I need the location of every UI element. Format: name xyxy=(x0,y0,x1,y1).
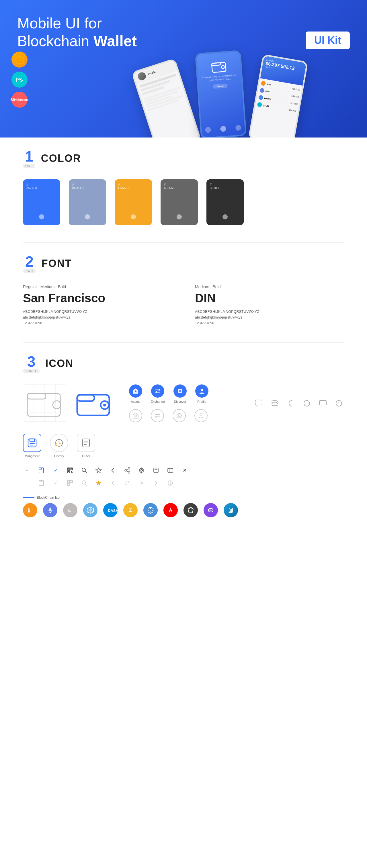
strat-icon xyxy=(224,503,238,517)
svg-point-80 xyxy=(82,481,85,484)
hero-title-bold: Wallet xyxy=(93,33,137,49)
app-icons-row: Mangment History xyxy=(23,434,344,458)
crypto-icons-row: ₿ Ł xyxy=(23,503,344,517)
back-icon-outline xyxy=(109,479,117,487)
history-icon xyxy=(50,434,68,452)
font-col-din: Medium · Bold DIN ABCDEFGHIJKLMNOPQRSTUV… xyxy=(195,284,344,325)
x-icon-outline: ✕ xyxy=(138,479,146,487)
svg-point-35 xyxy=(304,401,310,406)
svg-point-27 xyxy=(201,389,203,391)
color-swatches: #3574FA #8DA0C8 #F5A623 #666666 xyxy=(23,179,344,225)
star-icon-outline xyxy=(94,479,103,487)
font-section-number: 2 TWO xyxy=(23,254,36,273)
forward-icon-outline xyxy=(152,479,160,487)
wallet-grid-icon xyxy=(23,385,66,422)
tool-badges: Ps 60+ Screens xyxy=(11,52,28,108)
svg-rect-73 xyxy=(168,468,173,472)
order-icon-item: Order xyxy=(77,434,95,458)
svg-point-32 xyxy=(200,414,202,416)
blockchain-line xyxy=(23,497,34,498)
profile-icon-item: Profile xyxy=(195,384,208,403)
svg-point-66 xyxy=(125,469,126,471)
hero-phones: Profile xyxy=(143,0,367,137)
net-icon xyxy=(143,503,158,517)
svg-rect-41 xyxy=(30,439,34,442)
history-icon-item: History xyxy=(50,434,68,458)
add-icon: + xyxy=(23,466,31,474)
main-content: 1 ONE COLOR #3574FA #8DA0C8 #F5A623 xyxy=(0,137,367,546)
settings-icon xyxy=(138,466,146,474)
phone-1: Profile xyxy=(131,58,202,137)
swap-icon xyxy=(166,466,174,474)
search-icon-outline xyxy=(80,479,88,487)
swatch-orange: #F5A623 xyxy=(115,179,152,225)
font-title: FONT xyxy=(41,257,72,270)
qr-icon-outline xyxy=(66,479,74,487)
pol-icon xyxy=(204,503,218,517)
svg-point-30 xyxy=(177,413,181,418)
svg-rect-79 xyxy=(67,483,70,486)
svg-line-68 xyxy=(126,469,128,470)
font1-upper: ABCDEFGHIJKLMNOPQRSTUVWXYZ xyxy=(23,310,172,314)
discover-label: Discover xyxy=(174,400,186,403)
stack-icon xyxy=(270,398,280,408)
divider-1 xyxy=(23,242,344,243)
ui-kit-badge: UI Kit xyxy=(306,32,350,49)
exchange-label: Exchange xyxy=(151,400,165,403)
swatch-dark: #303030 xyxy=(206,179,244,225)
font-col-sf: Regular · Medium · Bold San Francisco AB… xyxy=(23,284,172,325)
exchange-icon-filled xyxy=(151,384,164,398)
circle-icon xyxy=(302,398,312,408)
svg-rect-78 xyxy=(70,480,73,483)
color-section: 1 ONE COLOR #3574FA #8DA0C8 #F5A623 xyxy=(23,149,344,225)
arrows-icon-outline xyxy=(123,479,131,487)
doc-icon-outline xyxy=(37,479,45,487)
svg-point-62 xyxy=(82,468,85,471)
font1-name: San Francisco xyxy=(23,291,172,305)
svg-marker-103 xyxy=(188,507,193,513)
svg-text:Z: Z xyxy=(129,508,132,513)
exchange-icon-item: Exchange xyxy=(151,384,165,403)
font1-numbers: 1234567890 xyxy=(23,321,172,325)
btc-icon: ₿ xyxy=(23,503,37,517)
discover-icon-filled xyxy=(173,384,187,398)
misc-icons-row xyxy=(253,398,344,408)
check-icon: ✓ xyxy=(52,466,60,474)
divider-2 xyxy=(23,342,344,343)
discover-icon-outline xyxy=(173,409,186,422)
svg-rect-77 xyxy=(67,480,70,483)
svg-rect-76 xyxy=(39,480,41,482)
toolbar-icons-active-row: + ✓ xyxy=(23,466,344,474)
back-icon xyxy=(109,466,117,474)
phone-2: Character may be mastered in thegreat mo… xyxy=(195,50,247,137)
svg-text:Ł: Ł xyxy=(68,508,71,513)
font-columns: Regular · Medium · Bold San Francisco AB… xyxy=(23,284,344,325)
svg-rect-16 xyxy=(27,393,60,416)
profile-icon-filled xyxy=(195,384,208,398)
history-label: History xyxy=(54,454,64,458)
toolbar-icons-outline-row: + ✓ xyxy=(23,479,344,487)
share-icon xyxy=(123,466,131,474)
info-icon xyxy=(334,398,344,408)
svg-point-31 xyxy=(178,415,180,416)
star-icon xyxy=(94,466,103,474)
font-section: 2 TWO FONT Regular · Medium · Bold San F… xyxy=(23,254,344,325)
screens-badge: 60+ Screens xyxy=(11,92,28,108)
svg-rect-53 xyxy=(39,468,41,469)
font2-lower: abcdefghijklmnopqrstuvwxyz xyxy=(195,315,344,319)
assets-icon-item: Assets xyxy=(129,384,142,403)
management-icon-item: Mangment xyxy=(23,434,41,458)
ps-badge: Ps xyxy=(11,72,28,88)
svg-point-22 xyxy=(103,404,106,406)
color-title: COLOR xyxy=(41,152,81,164)
font2-style: Medium · Bold xyxy=(195,284,344,289)
exchange-icon-outline xyxy=(151,409,164,422)
svg-text:₿: ₿ xyxy=(28,508,30,513)
order-label: Order xyxy=(82,454,90,458)
message-icon xyxy=(318,398,328,408)
svg-marker-82 xyxy=(96,480,102,486)
font1-lower: abcdefghijklmnopqrstuvwxyz xyxy=(23,315,172,319)
ark-icon xyxy=(163,503,178,517)
swatch-gray: #666666 xyxy=(161,179,198,225)
doc-icon xyxy=(37,466,45,474)
